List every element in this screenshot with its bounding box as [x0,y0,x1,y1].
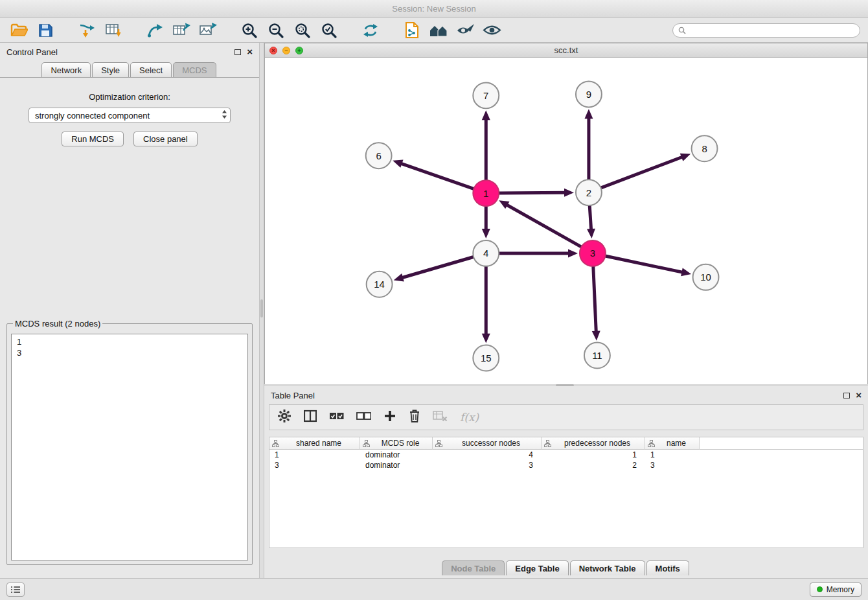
svg-text:3: 3 [590,248,595,259]
style-eye-icon[interactable] [454,21,476,40]
network-window-title: scc.txt [265,45,867,55]
table-cell[interactable]: 1 [645,450,700,459]
float-table-panel-icon[interactable] [843,393,850,398]
tab-select[interactable]: Select [130,62,172,77]
table-cell[interactable]: dominator [360,461,433,470]
show-graphics-details-icon[interactable] [481,21,503,40]
table-cell[interactable]: 1 [542,450,645,459]
graph-node-3[interactable]: 3 [580,240,606,266]
open-session-icon[interactable] [8,21,30,40]
save-session-icon[interactable] [34,21,56,40]
zoom-selected-icon[interactable] [318,21,340,40]
graph-node-2[interactable]: 2 [576,179,602,205]
export-table-icon[interactable] [170,21,192,40]
home-view-icon[interactable] [428,21,450,40]
minimize-window-icon[interactable]: − [282,47,290,54]
zoom-in-icon[interactable] [238,21,260,40]
graph-edge-2-3[interactable] [587,206,595,238]
mcds-buttons-row: Run MCDS Close panel [0,132,259,146]
graph-edge-1-2[interactable] [499,189,574,197]
graph-node-14[interactable]: 14 [367,271,393,297]
search-box[interactable] [672,23,860,38]
table-cell[interactable]: 3 [645,461,700,470]
maximize-window-icon[interactable]: + [295,47,303,54]
search-input[interactable] [689,26,854,35]
table-cell[interactable]: 4 [433,450,542,459]
zoom-fit-icon[interactable] [291,21,314,40]
tab-mcds[interactable]: MCDS [173,62,216,77]
graph-edge-4-3[interactable] [499,249,578,257]
delete-column-icon[interactable] [409,409,420,426]
unselect-all-icon[interactable] [356,411,371,423]
table-cell[interactable]: 1 [269,450,360,459]
graph-edge-4-15[interactable] [482,267,490,343]
tab-style[interactable]: Style [92,62,129,77]
graph-node-1[interactable]: 1 [473,180,499,206]
tab-network-table[interactable]: Network Table [570,560,645,575]
column-header-predecessor-nodes[interactable]: predecessor nodes [542,437,645,450]
table-row[interactable]: 1dominator411 [269,450,863,460]
graph-edge-1-7[interactable] [482,110,490,179]
table-cell[interactable]: 3 [433,461,542,470]
tab-motifs[interactable]: Motifs [646,560,689,575]
table-cell[interactable]: dominator [360,450,433,459]
table-cell[interactable]: 3 [269,461,360,470]
export-image-icon[interactable] [197,21,219,40]
network-canvas[interactable]: 7968124310141511 [265,58,867,384]
graph-edge-3-1[interactable] [499,200,580,246]
column-header-successor-nodes[interactable]: successor nodes [433,437,542,450]
graph-node-10[interactable]: 10 [693,264,719,290]
select-all-icon[interactable] [329,411,344,423]
node-table[interactable]: shared nameMCDS rolesuccessor nodesprede… [269,437,863,548]
run-mcds-button[interactable]: Run MCDS [62,132,124,146]
graph-edge-3-10[interactable] [606,256,691,276]
graph-node-9[interactable]: 9 [576,81,602,107]
add-column-icon[interactable] [383,410,396,425]
close-control-panel-icon[interactable]: × [247,49,253,55]
network-window-titlebar[interactable]: × − + scc.txt [265,43,867,58]
column-header-MCDS-role[interactable]: MCDS role [360,437,433,450]
graph-node-7[interactable]: 7 [473,82,499,108]
graph-node-15[interactable]: 15 [473,345,499,371]
export-network-icon[interactable] [144,21,166,40]
close-window-icon[interactable]: × [269,47,277,54]
vertical-splitter[interactable] [259,43,264,578]
window-titlebar[interactable]: Session: New Session [0,0,868,18]
graph-node-11[interactable]: 11 [584,343,610,369]
tab-network[interactable]: Network [41,62,91,77]
graph-edge-2-9[interactable] [584,109,593,179]
column-header-label: MCDS role [370,439,431,448]
refresh-view-icon[interactable] [360,21,382,40]
graph-edge-1-4[interactable] [482,207,490,238]
float-control-panel-icon[interactable] [234,49,241,55]
column-header-label: name [655,439,698,448]
criterion-dropdown[interactable]: strongly connected component [29,108,231,123]
graph-edge-1-6[interactable] [393,160,473,189]
column-browser-icon[interactable] [304,410,317,425]
column-header-shared-name[interactable]: shared name [269,437,360,450]
network-document-icon[interactable] [401,21,423,40]
zoom-out-icon[interactable] [265,21,287,40]
network-graph[interactable]: 7968124310141511 [265,58,867,384]
vertical-splitter-handle[interactable] [260,299,263,317]
close-panel-button[interactable]: Close panel [133,132,198,146]
graph-edge-2-8[interactable] [602,154,691,188]
table-settings-gear-icon[interactable] [277,409,291,426]
close-table-panel-icon[interactable]: × [856,392,862,398]
graph-edge-3-11[interactable] [592,267,600,341]
tab-edge-table[interactable]: Edge Table [506,560,568,575]
table-cell[interactable]: 2 [542,461,645,470]
mcds-result-list[interactable]: 13 [11,334,248,560]
graph-node-4[interactable]: 4 [473,240,499,266]
table-row[interactable]: 3dominator323 [269,460,863,470]
import-table-icon[interactable] [102,21,124,40]
task-history-button[interactable] [6,583,25,597]
graph-node-6[interactable]: 6 [366,143,392,168]
memory-button[interactable]: Memory [810,583,862,597]
mcds-result-line: 1 [17,336,242,347]
column-header-name[interactable]: name [645,437,700,450]
graph-edge-4-14[interactable] [394,257,473,282]
tab-node-table[interactable]: Node Table [442,560,505,575]
import-network-icon[interactable] [76,21,98,40]
graph-node-8[interactable]: 8 [692,135,718,161]
